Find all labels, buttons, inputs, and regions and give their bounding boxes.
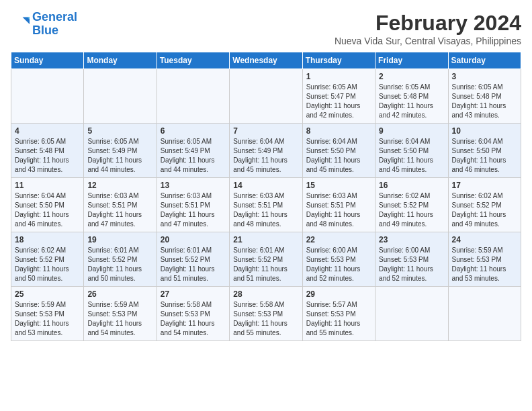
day-number: 23 [379,235,444,244]
day-info: Sunrise: 6:03 AM Sunset: 5:51 PM Dayligh… [161,191,226,229]
calendar-cell: 25Sunrise: 5:59 AM Sunset: 5:53 PM Dayli… [11,287,84,341]
day-number: 10 [452,126,517,136]
calendar-cell: 23Sunrise: 6:00 AM Sunset: 5:53 PM Dayli… [375,232,448,287]
day-info: Sunrise: 6:04 AM Sunset: 5:50 PM Dayligh… [379,137,444,175]
day-info: Sunrise: 6:00 AM Sunset: 5:53 PM Dayligh… [306,246,371,283]
day-info: Sunrise: 6:02 AM Sunset: 5:52 PM Dayligh… [15,246,80,283]
day-number: 25 [15,289,80,299]
calendar-cell: 1Sunrise: 6:05 AM Sunset: 5:47 PM Daylig… [302,69,375,124]
calendar-cell: 26Sunrise: 5:59 AM Sunset: 5:53 PM Dayli… [84,287,157,341]
day-info: Sunrise: 5:59 AM Sunset: 5:53 PM Dayligh… [15,300,80,338]
day-number: 3 [452,72,517,81]
header-tuesday: Tuesday [157,52,229,69]
day-info: Sunrise: 5:59 AM Sunset: 5:53 PM Dayligh… [87,300,152,338]
calendar-cell: 4Sunrise: 6:05 AM Sunset: 5:48 PM Daylig… [11,124,84,178]
day-info: Sunrise: 6:04 AM Sunset: 5:50 PM Dayligh… [306,137,371,175]
calendar-cell: 10Sunrise: 6:04 AM Sunset: 5:50 PM Dayli… [448,124,521,178]
calendar-cell: 19Sunrise: 6:01 AM Sunset: 5:52 PM Dayli… [84,232,157,287]
day-number: 4 [15,126,80,136]
logo: General Blue [11,11,77,38]
calendar-cell: 13Sunrise: 6:03 AM Sunset: 5:51 PM Dayli… [157,178,229,232]
calendar-cell: 11Sunrise: 6:04 AM Sunset: 5:50 PM Dayli… [11,178,84,232]
day-info: Sunrise: 5:59 AM Sunset: 5:53 PM Dayligh… [452,246,517,283]
month-year: February 2024 [335,11,521,36]
page-header: General Blue February 2024 Nueva Vida Su… [11,11,521,46]
calendar-cell [84,69,157,124]
day-number: 8 [306,126,371,136]
day-number: 2 [379,72,444,81]
calendar-cell: 27Sunrise: 5:58 AM Sunset: 5:53 PM Dayli… [157,287,229,341]
day-info: Sunrise: 6:05 AM Sunset: 5:49 PM Dayligh… [87,137,152,175]
calendar-cell: 16Sunrise: 6:02 AM Sunset: 5:52 PM Dayli… [375,178,448,232]
day-number: 5 [87,126,152,136]
calendar-cell [11,69,84,124]
day-number: 12 [87,181,152,190]
day-number: 19 [87,235,152,244]
day-info: Sunrise: 6:04 AM Sunset: 5:50 PM Dayligh… [15,191,80,229]
header-friday: Friday [375,52,448,69]
calendar-week-0: 1Sunrise: 6:05 AM Sunset: 5:47 PM Daylig… [11,69,521,124]
day-info: Sunrise: 6:04 AM Sunset: 5:49 PM Dayligh… [233,137,298,175]
day-number: 1 [306,72,371,81]
header-saturday: Saturday [448,52,521,69]
calendar-week-1: 4Sunrise: 6:05 AM Sunset: 5:48 PM Daylig… [11,124,521,178]
day-info: Sunrise: 6:01 AM Sunset: 5:52 PM Dayligh… [233,246,298,283]
calendar-header-row: SundayMondayTuesdayWednesdayThursdayFrid… [11,52,521,69]
day-info: Sunrise: 6:05 AM Sunset: 5:49 PM Dayligh… [161,137,226,175]
day-info: Sunrise: 5:58 AM Sunset: 5:53 PM Dayligh… [161,300,226,338]
day-info: Sunrise: 6:03 AM Sunset: 5:51 PM Dayligh… [306,191,371,229]
day-info: Sunrise: 6:05 AM Sunset: 5:48 PM Dayligh… [15,137,80,175]
day-number: 21 [233,235,298,244]
day-info: Sunrise: 5:57 AM Sunset: 5:53 PM Dayligh… [306,300,371,338]
day-info: Sunrise: 6:05 AM Sunset: 5:48 PM Dayligh… [452,83,517,120]
day-number: 20 [161,235,226,244]
calendar-cell: 9Sunrise: 6:04 AM Sunset: 5:50 PM Daylig… [375,124,448,178]
day-info: Sunrise: 6:00 AM Sunset: 5:53 PM Dayligh… [379,246,444,283]
calendar-table: SundayMondayTuesdayWednesdayThursdayFrid… [11,52,521,341]
day-number: 28 [233,289,298,299]
day-info: Sunrise: 6:01 AM Sunset: 5:52 PM Dayligh… [161,246,226,283]
day-number: 6 [161,126,226,136]
day-number: 13 [161,181,226,190]
calendar-cell: 8Sunrise: 6:04 AM Sunset: 5:50 PM Daylig… [302,124,375,178]
calendar-cell: 12Sunrise: 6:03 AM Sunset: 5:51 PM Dayli… [84,178,157,232]
calendar-cell: 21Sunrise: 6:01 AM Sunset: 5:52 PM Dayli… [230,232,302,287]
logo-text: General Blue [32,11,77,38]
calendar-week-3: 18Sunrise: 6:02 AM Sunset: 5:52 PM Dayli… [11,232,521,287]
day-info: Sunrise: 6:01 AM Sunset: 5:52 PM Dayligh… [87,246,152,283]
location: Nueva Vida Sur, Central Visayas, Philipp… [335,36,521,46]
calendar-cell: 18Sunrise: 6:02 AM Sunset: 5:52 PM Dayli… [11,232,84,287]
logo-icon [11,15,30,34]
header-wednesday: Wednesday [230,52,302,69]
calendar-cell: 2Sunrise: 6:05 AM Sunset: 5:48 PM Daylig… [375,69,448,124]
calendar-week-2: 11Sunrise: 6:04 AM Sunset: 5:50 PM Dayli… [11,178,521,232]
day-info: Sunrise: 6:05 AM Sunset: 5:48 PM Dayligh… [379,83,444,120]
day-number: 24 [452,235,517,244]
day-number: 11 [15,181,80,190]
day-number: 14 [233,181,298,190]
header-thursday: Thursday [302,52,375,69]
calendar-cell: 14Sunrise: 6:03 AM Sunset: 5:51 PM Dayli… [230,178,302,232]
calendar-cell: 3Sunrise: 6:05 AM Sunset: 5:48 PM Daylig… [448,69,521,124]
day-info: Sunrise: 6:05 AM Sunset: 5:47 PM Dayligh… [306,83,371,120]
calendar-cell: 7Sunrise: 6:04 AM Sunset: 5:49 PM Daylig… [230,124,302,178]
day-number: 9 [379,126,444,136]
day-info: Sunrise: 6:03 AM Sunset: 5:51 PM Dayligh… [233,191,298,229]
day-number: 26 [87,289,152,299]
calendar-cell: 24Sunrise: 5:59 AM Sunset: 5:53 PM Dayli… [448,232,521,287]
calendar-cell: 29Sunrise: 5:57 AM Sunset: 5:53 PM Dayli… [302,287,375,341]
day-number: 15 [306,181,371,190]
day-info: Sunrise: 6:02 AM Sunset: 5:52 PM Dayligh… [379,191,444,229]
calendar-cell [230,69,302,124]
calendar-cell: 28Sunrise: 5:58 AM Sunset: 5:53 PM Dayli… [230,287,302,341]
calendar-cell: 22Sunrise: 6:00 AM Sunset: 5:53 PM Dayli… [302,232,375,287]
calendar-cell: 20Sunrise: 6:01 AM Sunset: 5:52 PM Dayli… [157,232,229,287]
day-number: 16 [379,181,444,190]
day-info: Sunrise: 6:04 AM Sunset: 5:50 PM Dayligh… [452,137,517,175]
day-number: 22 [306,235,371,244]
day-number: 29 [306,289,371,299]
header-monday: Monday [84,52,157,69]
calendar-cell [448,287,521,341]
calendar-cell: 15Sunrise: 6:03 AM Sunset: 5:51 PM Dayli… [302,178,375,232]
day-number: 18 [15,235,80,244]
